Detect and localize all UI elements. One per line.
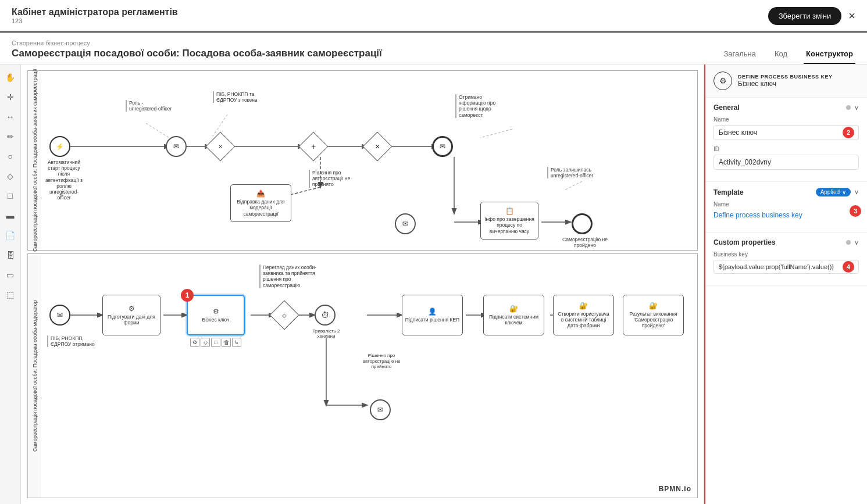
custom-props-chevron[interactable]: ∨ <box>854 239 859 246</box>
task-business-key[interactable]: ⚙ Бізнес ключ ⚙ ◇ □ 🗑 ↳ <box>187 295 245 347</box>
document-tool-icon[interactable]: 📄 <box>2 227 19 244</box>
general-chevron[interactable]: ∨ <box>854 104 859 112</box>
message-event-bottom[interactable]: ✉ <box>395 213 416 234</box>
template-name-value: Define process business key <box>713 210 859 220</box>
annotation-decision: Рішення про авторєстрації не прийнято <box>309 170 361 188</box>
template-section-header: Template Applied ∨ ∨ <box>713 188 859 196</box>
message-event-1[interactable]: ✉ <box>166 136 187 157</box>
template-chevron[interactable]: ∨ <box>854 188 859 196</box>
start-event-1-label: Автоматичний старт процесу після автенти… <box>44 159 84 201</box>
custom-properties-section: Custom properties ∨ Business key 4 <box>705 233 867 286</box>
left-toolbar: ✋ ✛ ↔ ✏ ○ ◇ □ ▬ 📄 🗄 ▭ ⬚ <box>0 65 21 504</box>
general-dot <box>846 105 851 110</box>
general-section: General ∨ Name 2 ID <box>705 98 867 182</box>
swimlane-1: Самореєстрація посадової особи: Посадова… <box>27 70 698 251</box>
task-action-1[interactable]: ⚙ <box>190 338 199 347</box>
hand-tool-icon[interactable]: ✋ <box>2 69 19 85</box>
swimlane-2-label: Самореєстрація посадової особи: Посадова… <box>27 254 41 498</box>
resize-tool-icon[interactable]: ↔ <box>2 109 19 125</box>
element-type-label: DEFINE PROCESS BUSINESS KEY <box>738 74 833 80</box>
panel-header: ⚙ DEFINE PROCESS BUSINESS KEY Бізнес клю… <box>705 65 867 98</box>
svg-line-12 <box>480 129 512 138</box>
task-create-table[interactable]: 🔐 Створити користувача в системній табли… <box>553 295 614 335</box>
save-button[interactable]: Зберегти зміни <box>768 7 842 25</box>
app-header: Кабінет адміністратора регламентів 123 З… <box>0 0 867 33</box>
circle-tool-icon[interactable]: ○ <box>2 148 19 165</box>
properties-panel: ⚙ DEFINE PROCESS BUSINESS KEY Бізнес клю… <box>704 65 867 504</box>
start-event-1[interactable]: ⚡ <box>49 136 70 157</box>
template-section-controls: Applied ∨ ∨ <box>816 188 859 196</box>
breadcrumb: Створення бізнес-процесу <box>12 40 382 47</box>
db-tool-icon[interactable]: 🗄 <box>2 247 19 263</box>
annotation-pib: ПІБ, РНОКПП та ЄДРПОУ з токена <box>213 91 265 103</box>
name-field-wrapper: 2 <box>713 125 859 140</box>
diamond-tool-icon[interactable]: ◇ <box>2 168 19 184</box>
shape-tool-icon[interactable]: ⬚ <box>2 287 19 303</box>
template-section-title: Template <box>713 188 744 196</box>
start-event-2[interactable]: ✉ <box>49 305 70 326</box>
bpmn-canvas[interactable]: ✋ ✛ ↔ ✏ ○ ◇ □ ▬ 📄 🗄 ▭ ⬚ Самореєстрація п… <box>0 65 704 504</box>
task-prepare[interactable]: ⚙ Підготувати дані для форми <box>102 295 160 335</box>
name-field-input[interactable] <box>713 125 859 140</box>
gateway-multi[interactable]: ◇ <box>274 305 295 326</box>
custom-props-dot <box>846 240 851 245</box>
task-action-5[interactable]: ↳ <box>232 338 241 347</box>
badge-4: 4 <box>843 261 854 273</box>
end-event-failed[interactable] <box>572 213 593 234</box>
square-tool-icon[interactable]: □ <box>2 188 19 204</box>
swimlane-1-label: Самореєстрація посадової особи: Посадова… <box>27 71 41 250</box>
swimlane1-connections <box>41 71 697 250</box>
gateway-1[interactable]: × <box>210 136 231 157</box>
id-field-group: ID <box>713 146 859 170</box>
gateway-3[interactable]: × <box>367 136 388 157</box>
template-section: Template Applied ∨ ∨ Name Define process… <box>705 182 867 233</box>
close-button[interactable]: × <box>848 9 855 23</box>
task-action-4[interactable]: 🗑 <box>222 338 231 347</box>
end-message-event[interactable]: ✉ <box>432 136 453 157</box>
panel-tool-icon[interactable]: ▭ <box>2 267 19 283</box>
template-name-field-group: Name Define process business key 3 <box>713 201 859 220</box>
custom-props-controls: ∨ <box>846 239 859 246</box>
annotation-received: Отримано інформацію про рішення щодо сам… <box>455 94 511 118</box>
timer-event[interactable]: ⏱ <box>315 305 336 326</box>
business-key-input[interactable] <box>713 260 859 274</box>
pencil-tool-icon[interactable]: ✏ <box>2 128 19 145</box>
rect-tool-icon[interactable]: ▬ <box>2 208 19 224</box>
panel-element-icon: ⚙ <box>713 72 732 90</box>
task-result[interactable]: 🔐 Результат виконання 'Самореєстрацію пр… <box>623 295 684 335</box>
app-subtitle: 123 <box>12 17 178 24</box>
task-sign-system[interactable]: 🔐 Підписати системним ключем <box>483 295 544 335</box>
badge-2: 2 <box>843 127 854 138</box>
template-chevron-icon: ∨ <box>842 189 846 195</box>
general-section-header: General ∨ <box>713 103 859 112</box>
cross-tool-icon[interactable]: ✛ <box>2 89 19 105</box>
tab-code[interactable]: Код <box>772 45 790 64</box>
main-area: ✋ ✛ ↔ ✏ ○ ◇ □ ▬ 📄 🗄 ▭ ⬚ Самореєстрація п… <box>0 65 867 504</box>
swimlane-2-content: ✉ ПІБ, РНОКПП, ЄДРПОУ отримано ⚙ Підготу… <box>41 254 697 498</box>
annotation-review: Перегляд даних особи-заявника та прийнят… <box>259 264 317 288</box>
task-info-timeout[interactable]: 📋 Інфо про завершення процесу по вичерпа… <box>480 202 538 240</box>
subheader-left: Створення бізнес-процесу Самореєстрація … <box>12 40 382 64</box>
message-event-3[interactable]: ✉ <box>370 399 391 420</box>
business-key-label: Business key <box>713 251 859 258</box>
id-field-input[interactable] <box>713 155 859 170</box>
svg-line-13 <box>565 181 582 190</box>
name-field-label: Name <box>713 116 859 123</box>
name-field-group: Name 2 <box>713 116 859 140</box>
tab-constructor[interactable]: Конструктор <box>804 45 855 64</box>
task-action-3[interactable]: □ <box>211 338 220 347</box>
annotation-role: Роль - unregistered-officer <box>126 100 172 112</box>
task-action-2[interactable]: ◇ <box>201 338 210 347</box>
id-field-label: ID <box>713 146 859 152</box>
template-name-wrapper: Define process business key 3 <box>713 210 859 220</box>
tab-bar: Загальна Код Конструктор <box>721 45 855 64</box>
gateway-2[interactable]: + <box>303 136 324 157</box>
task-sign-kep[interactable]: 👤 Підписати рішення КЕП <box>402 295 463 335</box>
custom-props-header: Custom properties ∨ <box>713 238 859 246</box>
swimlane-1-content: ⚡ Автоматичний старт процесу після автен… <box>41 71 697 250</box>
swimlane2-connections <box>41 254 697 498</box>
task-send-data[interactable]: 📤 Відправка даних для модерації самореєс… <box>230 184 291 222</box>
bpmn-diagram-area[interactable]: Самореєстрація посадової особи: Посадова… <box>21 65 704 504</box>
template-applied-badge[interactable]: Applied ∨ <box>816 188 851 196</box>
tab-general[interactable]: Загальна <box>721 45 758 64</box>
